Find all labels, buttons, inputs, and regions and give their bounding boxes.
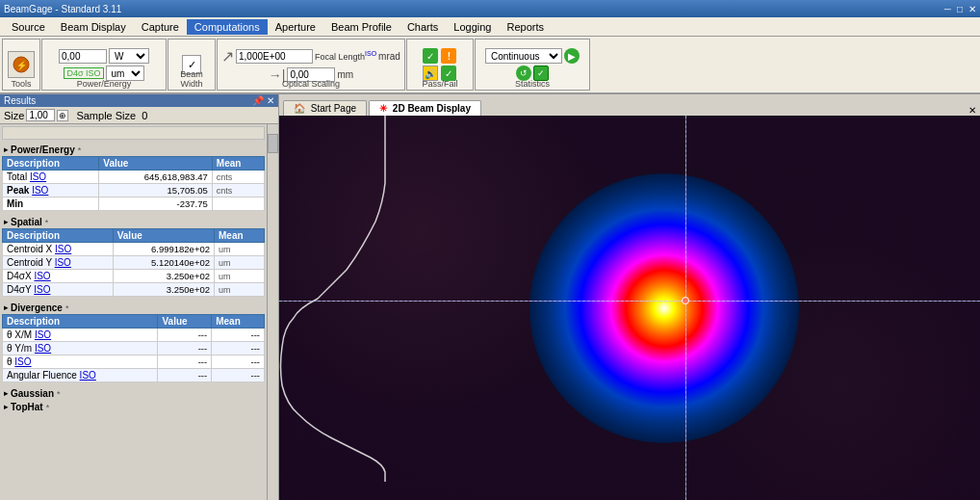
- spatial-table: Description Value Mean Centroid X ISO 6.…: [2, 228, 265, 297]
- sp-row0-value: 6.999182e+02: [113, 243, 214, 256]
- search-bar[interactable]: [2, 126, 265, 140]
- menu-source[interactable]: Source: [4, 19, 53, 35]
- tools-icon[interactable]: ⚡: [8, 51, 35, 78]
- sp-row2-unit: um: [215, 270, 265, 283]
- dv-col-value: Value: [158, 315, 212, 329]
- toolbar-optical-group: ↗ Focal LengthISO mrad →| mm Optical Sca…: [217, 39, 405, 91]
- crosshair-vertical: [685, 116, 686, 500]
- sp-triangle-icon[interactable]: ▸: [4, 218, 8, 226]
- statistics-mode-select[interactable]: ContinuousSingle: [485, 48, 562, 64]
- table-row: Centroid Y ISO 5.120140e+02 um: [3, 256, 265, 270]
- d4o-label: D4σ ISO: [64, 67, 103, 79]
- menu-capture[interactable]: Capture: [134, 19, 187, 35]
- power-value-input[interactable]: [59, 49, 107, 64]
- close-icon[interactable]: ✕: [968, 4, 976, 14]
- gaussian-section-title: ▸ Gaussian *: [2, 386, 265, 400]
- panel-close-icon[interactable]: ✕: [267, 95, 274, 106]
- beam-canvas: [279, 116, 980, 500]
- menu-beam-display[interactable]: Beam Display: [53, 19, 134, 35]
- divergence-section-title: ▸ Divergence *: [2, 301, 265, 314]
- sp-row1-unit: um: [215, 256, 265, 270]
- table-row: θ Y/m ISO --- ---: [3, 342, 265, 355]
- focal-length-label: Focal LengthISO: [315, 50, 376, 62]
- minimize-icon[interactable]: ─: [944, 4, 951, 14]
- ym-iso-link[interactable]: ISO: [35, 343, 51, 354]
- size-label: Size: [4, 110, 24, 121]
- xm-iso-link[interactable]: ISO: [35, 329, 51, 340]
- tools-label: Tools: [3, 79, 39, 89]
- table-row: D4σX ISO 3.250e+02 um: [3, 270, 265, 283]
- crosshair-marker: [682, 297, 689, 304]
- pe-row2-value: -237.75: [99, 197, 213, 211]
- pe-peak-iso-link[interactable]: ISO: [32, 185, 48, 196]
- beam-spot: [529, 173, 799, 443]
- menu-reports[interactable]: Reports: [499, 19, 552, 35]
- table-row: D4σY ISO 3.250e+02 um: [3, 283, 265, 297]
- beam-background: [279, 116, 980, 500]
- menu-computations[interactable]: Computations: [187, 19, 268, 35]
- menu-logging[interactable]: Logging: [446, 19, 499, 35]
- cy-iso-link[interactable]: ISO: [55, 257, 71, 268]
- dv-row3-value: ---: [158, 369, 212, 382]
- menu-charts[interactable]: Charts: [400, 19, 446, 35]
- sp-row1-desc: Centroid Y ISO: [3, 256, 114, 270]
- crosshair-horizontal: [279, 301, 980, 302]
- stats-run-icon[interactable]: ▶: [564, 48, 580, 64]
- tab-beam-display[interactable]: ✳ 2D Beam Display: [369, 100, 481, 116]
- pe-total-iso-link[interactable]: ISO: [30, 171, 46, 182]
- power-unit-select[interactable]: WmW: [109, 48, 149, 64]
- div-triangle-icon[interactable]: ▸: [4, 303, 8, 312]
- size-input[interactable]: [26, 109, 55, 121]
- menu-aperture[interactable]: Aperture: [268, 19, 323, 35]
- gauss-triangle-icon[interactable]: ▸: [4, 389, 8, 398]
- dv-row2-desc: θ ISO: [3, 355, 158, 369]
- d4x-iso-link[interactable]: ISO: [34, 271, 50, 281]
- table-row: θ ISO --- ---: [3, 355, 265, 369]
- pe-col-value: Value: [99, 157, 213, 171]
- pe-triangle-icon[interactable]: ▸: [4, 145, 8, 154]
- fail-icon[interactable]: !: [441, 48, 456, 64]
- left-panel: Results 📌 ✕ Size ⊕ Sample Size 0: [0, 94, 279, 500]
- dv-row1-value: ---: [158, 342, 212, 355]
- panel-header: Results 📌 ✕: [0, 94, 278, 107]
- svg-text:⚡: ⚡: [16, 60, 28, 71]
- cx-iso-link[interactable]: ISO: [55, 244, 71, 254]
- size-spin-icon[interactable]: ⊕: [57, 110, 68, 121]
- pass-icon[interactable]: ✓: [423, 48, 438, 64]
- beam-width-label: Beam Width: [168, 69, 215, 89]
- pe-col-mean: Mean: [212, 157, 264, 171]
- dv-row2-value: ---: [158, 355, 212, 369]
- title-bar: BeamGage - Standard 3.11 ─ □ ✕: [0, 0, 980, 17]
- scrollbar-thumb[interactable]: [268, 134, 278, 153]
- dv-col-mean: Mean: [212, 315, 265, 329]
- focal-unit-label: mrad: [378, 51, 400, 62]
- sp-row3-value: 3.250e+02: [113, 283, 214, 297]
- pe-asterisk: *: [78, 145, 82, 155]
- panel-scrollbar[interactable]: [267, 124, 278, 500]
- maximize-icon[interactable]: □: [957, 4, 963, 14]
- beam-display-label: 2D Beam Display: [393, 103, 471, 114]
- dv-row1-desc: θ Y/m ISO: [3, 342, 158, 355]
- divergence-table: Description Value Mean θ X/M ISO --- ---: [2, 314, 265, 382]
- tophat-triangle-icon[interactable]: ▸: [4, 403, 8, 411]
- af-iso-link[interactable]: ISO: [80, 370, 96, 381]
- tab-start-page[interactable]: 🏠 Start Page: [283, 100, 367, 116]
- pe-row1-value: 15,705.05: [99, 184, 213, 197]
- sp-row3-desc: D4σY ISO: [3, 283, 114, 297]
- panel-pin-icon[interactable]: 📌: [252, 95, 264, 106]
- d4y-iso-link[interactable]: ISO: [34, 284, 50, 295]
- dv-row0-desc: θ X/M ISO: [3, 329, 158, 342]
- toolbar-beam-width-group: ✓ Beam Width: [168, 39, 216, 91]
- sp-col-value: Value: [113, 229, 214, 243]
- menu-beam-profile[interactable]: Beam Profile: [323, 19, 400, 35]
- sample-size-value: 0: [142, 110, 147, 121]
- optical-focal-input[interactable]: [236, 49, 313, 64]
- right-panel: 🏠 Start Page ✳ 2D Beam Display ✕: [279, 94, 980, 500]
- theta-iso-link[interactable]: ISO: [14, 356, 31, 367]
- beam-display-icon: ✳: [379, 103, 387, 114]
- pe-row2-desc: Min: [3, 197, 99, 211]
- toolbar: ⚡ Tools WmW D4σ ISO um Power/Energy ✓ Be…: [0, 37, 980, 94]
- div-asterisk: *: [65, 303, 69, 313]
- sp-row3-unit: um: [215, 283, 265, 297]
- tab-close-icon[interactable]: ✕: [965, 105, 980, 116]
